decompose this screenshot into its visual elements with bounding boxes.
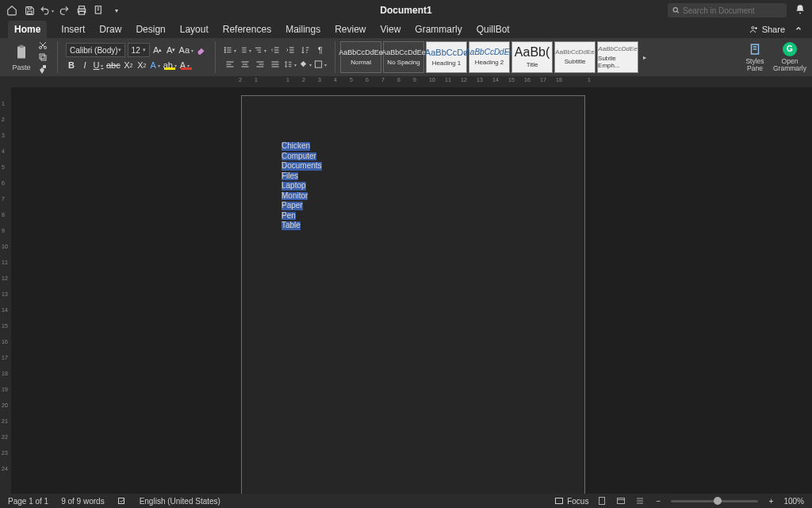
tab-view[interactable]: View: [381, 21, 401, 38]
undo-icon[interactable]: ▾: [40, 3, 54, 17]
styles-more-button[interactable]: ▸: [640, 54, 649, 61]
page[interactable]: ChickenComputerDocumentsFilesLaptopMonit…: [241, 95, 585, 494]
style-heading-2[interactable]: AaBbCcDdEeHeading 2: [469, 41, 510, 73]
home-icon[interactable]: [5, 3, 19, 17]
save-icon[interactable]: [22, 3, 36, 17]
tab-references[interactable]: References: [223, 21, 271, 38]
strikethrough-button[interactable]: abc: [106, 59, 121, 71]
numbering-button[interactable]: ▾: [239, 44, 251, 56]
text-line[interactable]: Table: [282, 221, 301, 230]
text-line[interactable]: Monitor: [282, 192, 308, 201]
document-title: Document1: [380, 5, 431, 16]
decrease-indent-button[interactable]: [269, 44, 282, 56]
style-subtle-emphasis[interactable]: AaBbCcDdEeSubtle Emph...: [597, 41, 638, 73]
text-line[interactable]: Laptop: [282, 182, 306, 190]
web-layout-view-button[interactable]: [615, 495, 626, 506]
language-indicator[interactable]: English (United States): [140, 497, 220, 506]
clear-formatting-button[interactable]: [196, 44, 207, 56]
word-count[interactable]: 9 of 9 words: [61, 497, 104, 506]
focus-icon: [554, 496, 564, 506]
justify-button[interactable]: [269, 58, 282, 71]
tab-home[interactable]: Home: [8, 21, 47, 38]
print-layout-view-button[interactable]: [596, 495, 607, 506]
text-line[interactable]: Chicken: [282, 142, 310, 151]
text-line[interactable]: Paper: [282, 202, 303, 210]
superscript-button[interactable]: X2: [136, 59, 147, 71]
highlight-button[interactable]: ab▾: [163, 59, 177, 71]
styles-pane-button[interactable]: Styles Pane: [737, 38, 772, 76]
qat-more-icon[interactable]: ▾: [109, 3, 124, 17]
font-color-button[interactable]: A▾: [179, 59, 190, 71]
grow-font-button[interactable]: A▴: [152, 44, 163, 56]
copy-button[interactable]: [36, 52, 49, 62]
tab-insert[interactable]: Insert: [61, 21, 85, 38]
print-icon[interactable]: [75, 3, 89, 17]
redo-icon[interactable]: [57, 3, 71, 17]
subscript-button[interactable]: X2: [123, 59, 134, 71]
tab-design[interactable]: Design: [136, 21, 165, 38]
italic-button[interactable]: I: [79, 59, 90, 71]
tab-draw[interactable]: Draw: [99, 21, 121, 38]
underline-button[interactable]: U▾: [93, 59, 104, 71]
tab-mailings[interactable]: Mailings: [285, 21, 320, 38]
eraser-icon: [196, 44, 207, 56]
notifications-icon[interactable]: [795, 4, 807, 17]
change-case-button[interactable]: Aa▾: [179, 44, 193, 56]
font-name-select[interactable]: Calibri (Body)▾: [66, 43, 125, 57]
style-subtitle[interactable]: AaBbCcDdEeSubtitle: [554, 41, 596, 73]
open-grammarly-button[interactable]: G Open Grammarly: [772, 38, 807, 76]
template-icon[interactable]: [92, 3, 106, 17]
text-line[interactable]: Pen: [282, 212, 296, 221]
style-title[interactable]: AaBb(Title: [511, 41, 553, 73]
tab-layout[interactable]: Layout: [180, 21, 209, 38]
style-normal[interactable]: AaBbCcDdEeNormal: [340, 41, 381, 73]
align-right-button[interactable]: [254, 58, 266, 71]
show-marks-button[interactable]: ¶: [314, 44, 327, 56]
focus-mode-button[interactable]: Focus: [554, 496, 588, 506]
paste-button[interactable]: Paste: [8, 40, 35, 75]
align-center-button[interactable]: [239, 58, 251, 71]
text-line[interactable]: Files: [282, 172, 298, 181]
zoom-in-button[interactable]: +: [766, 497, 776, 506]
status-bar: Page 1 of 1 9 of 9 words English (United…: [0, 494, 812, 508]
shrink-font-button[interactable]: A▾: [166, 44, 177, 56]
font-size-select[interactable]: 12▾: [128, 43, 150, 57]
tab-grammarly[interactable]: Grammarly: [415, 21, 462, 38]
multilevel-list-button[interactable]: ▾: [254, 44, 266, 56]
style-heading-1[interactable]: AaBbCcDdHeading 1: [426, 41, 467, 73]
borders-button[interactable]: ▾: [314, 58, 327, 71]
text-line[interactable]: Documents: [282, 162, 322, 171]
cut-button[interactable]: [36, 40, 49, 50]
format-painter-button[interactable]: [36, 64, 49, 75]
shading-button[interactable]: ▾: [299, 58, 312, 71]
text-effects-button[interactable]: A▾: [150, 59, 161, 71]
vertical-ruler[interactable]: 123456789101112131415161718192021222324: [0, 87, 11, 494]
zoom-out-button[interactable]: −: [653, 497, 663, 506]
bold-button[interactable]: B: [66, 59, 77, 71]
increase-indent-button[interactable]: [284, 44, 297, 56]
tab-review[interactable]: Review: [335, 21, 366, 38]
tab-quillbot[interactable]: QuillBot: [477, 21, 510, 38]
zoom-level[interactable]: 100%: [783, 497, 804, 506]
align-left-button[interactable]: [224, 58, 236, 71]
style-no-spacing[interactable]: AaBbCcDdEeNo Spacing: [383, 41, 424, 73]
horizontal-ruler[interactable]: 211234567891011121314151617181: [11, 76, 812, 87]
share-label: Share: [762, 25, 785, 34]
outline-view-button[interactable]: [634, 495, 645, 506]
search-box[interactable]: [668, 3, 787, 17]
line-spacing-button[interactable]: ▾: [284, 58, 297, 71]
text-line[interactable]: Computer: [282, 152, 316, 161]
zoom-slider[interactable]: [671, 500, 758, 502]
spellcheck-icon[interactable]: [117, 496, 127, 506]
search-input[interactable]: [683, 6, 782, 15]
sort-button[interactable]: [299, 44, 312, 56]
svg-rect-7: [17, 47, 25, 59]
bullets-button[interactable]: ▾: [224, 44, 236, 56]
page-content[interactable]: ChickenComputerDocumentsFilesLaptopMonit…: [282, 140, 545, 230]
page-indicator[interactable]: Page 1 of 1: [8, 497, 48, 506]
document-canvas[interactable]: ChickenComputerDocumentsFilesLaptopMonit…: [11, 87, 812, 494]
svg-point-15: [224, 49, 225, 50]
collapse-ribbon-icon[interactable]: [795, 25, 804, 34]
svg-point-14: [224, 48, 225, 48]
share-button[interactable]: Share: [749, 21, 804, 38]
